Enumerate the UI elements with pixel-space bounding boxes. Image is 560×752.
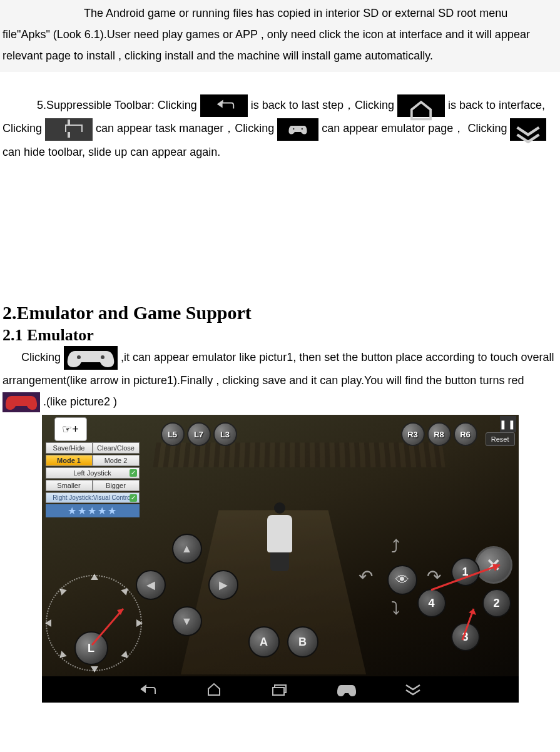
smaller-button[interactable]: Smaller — [46, 480, 93, 491]
emulator-config-panel: ☞+ Save/Hide Clean/Close Mode 1 Mode 2 L… — [46, 417, 140, 517]
star-rating[interactable]: ★★★★★ — [46, 504, 140, 517]
num-button-2[interactable]: 2 — [482, 589, 511, 617]
svg-point-2 — [77, 355, 81, 359]
svg-point-3 — [101, 355, 104, 359]
nav-home-icon[interactable] — [203, 681, 225, 698]
right-joystick-label: Right Joystick:Visual Control — [53, 494, 132, 501]
num-button-3[interactable]: 3 — [451, 622, 480, 651]
intro-paragraph: The Android game or running files has co… — [0, 0, 560, 72]
gamepad-icon — [277, 118, 318, 141]
gamepad-icon — [64, 346, 118, 370]
dpad-up[interactable]: ▲ — [172, 534, 202, 564]
orb-R8[interactable]: R8 — [427, 422, 451, 446]
dpad[interactable]: ▲ ◀ ▶ ▼ — [136, 534, 236, 634]
mode2-button[interactable]: Mode 2 — [93, 455, 140, 466]
toolbar-text-prefix: 5.Suppressible Toolbar: Clicking — [37, 99, 197, 111]
toolbar-text-after-tasks: can appear task manager，Clicking — [96, 122, 277, 135]
button-B[interactable]: B — [287, 626, 318, 658]
android-nav-bar — [42, 676, 519, 703]
orb-L5[interactable]: L5 — [161, 422, 185, 446]
hide-toolbar-icon — [510, 118, 546, 141]
gamepad-red-icon — [3, 392, 40, 412]
game-character — [261, 502, 298, 571]
nav-recent-icon[interactable] — [270, 681, 291, 698]
para3-p3: .(like picture2 ) — [43, 395, 117, 408]
toolbar-paragraph: 5.Suppressible Toolbar: Clicking is back… — [0, 94, 560, 165]
svg-point-0 — [293, 128, 295, 130]
dpad-left[interactable]: ◀ — [136, 570, 166, 600]
left-joystick-label: Left Joystick — [73, 469, 111, 477]
check-icon: ✓ — [130, 469, 137, 477]
emulator-screenshot: ❚❚ Reset L5 L7 L3 R3 R8 R6 ☞+ Save/Hide … — [42, 415, 519, 703]
para3-p1: Clicking — [21, 351, 64, 363]
reset-button[interactable]: Reset — [486, 432, 515, 446]
subsection-heading: 2.1 Emulator — [3, 326, 560, 345]
home-icon — [397, 94, 445, 117]
bigger-button[interactable]: Bigger — [93, 480, 140, 491]
emulator-paragraph: Clicking ,it can appear emulator like pi… — [0, 346, 560, 412]
svg-rect-11 — [273, 688, 284, 695]
section-heading: 2.Emulator and Game Support — [3, 302, 560, 323]
nav-back-icon[interactable] — [137, 681, 158, 698]
check-icon: ✓ — [130, 494, 137, 502]
orb-L3[interactable]: L3 — [213, 422, 237, 446]
toolbar-text-after-back: is back to last step，Clicking — [251, 99, 394, 111]
dpad-right[interactable]: ▶ — [208, 570, 238, 600]
task-manager-icon — [45, 118, 93, 141]
right-joystick-row[interactable]: Right Joystick:Visual Control ✓ — [46, 492, 140, 503]
back-icon — [200, 94, 248, 117]
num-button-4[interactable]: 4 — [417, 589, 446, 617]
toolbar-text-after-gamepad: can appear emulator page， Clicking — [322, 122, 507, 135]
nav-hide-icon[interactable] — [402, 681, 424, 698]
save-hide-button[interactable]: Save/Hide — [46, 442, 93, 454]
dpad-down[interactable]: ▼ — [172, 606, 202, 636]
eye-icon: 👁 — [387, 565, 417, 595]
orb-R3[interactable]: R3 — [401, 422, 425, 446]
clean-close-button[interactable]: Clean/Close — [93, 442, 140, 454]
nav-gamepad-icon[interactable] — [336, 681, 357, 698]
toolbar-text-after-hide: can hide toolbar, slide up can appear ag… — [3, 146, 220, 158]
drag-handle[interactable]: ☞+ — [54, 417, 87, 441]
mode1-button[interactable]: Mode 1 — [46, 455, 93, 466]
orb-R6[interactable]: R6 — [454, 422, 477, 446]
left-joystick-stick[interactable]: L — [74, 631, 108, 665]
num-button-1[interactable]: 1 — [451, 557, 480, 586]
number-cluster: 1 2 3 4 — [417, 557, 511, 651]
left-joystick-row[interactable]: Left Joystick ✓ — [46, 467, 140, 479]
button-A[interactable]: A — [248, 626, 280, 658]
pause-button[interactable]: ❚❚ — [500, 416, 516, 432]
svg-point-1 — [302, 128, 303, 130]
orb-L7[interactable]: L7 — [187, 422, 211, 446]
